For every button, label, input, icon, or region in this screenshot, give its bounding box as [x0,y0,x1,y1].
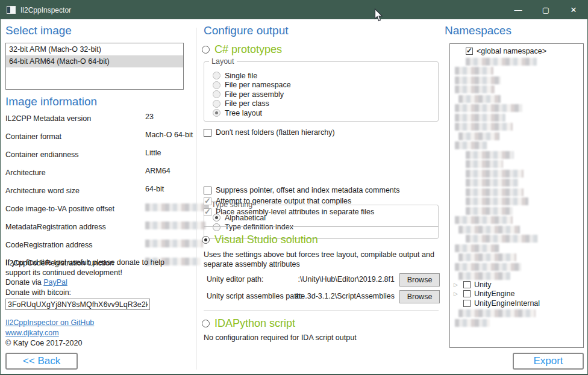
output-checkbox-row[interactable]: Attempt to generate output that compiles [204,196,440,206]
unity-editor-path-value[interactable]: :\Unity\Hub\Editor\2019.2.8f1 [298,275,395,284]
type-definition-index-radio[interactable] [213,223,220,231]
radio-option[interactable]: Single file [213,71,430,81]
website-link[interactable]: www.djkaty.com [5,329,59,337]
namespace-item-redacted[interactable] [450,225,583,234]
tree-layout-radio[interactable] [213,109,220,117]
redacted-namespace-bar [466,197,528,205]
close-button[interactable]: ✕ [560,1,587,19]
unity-script-path-value[interactable]: ate.3d-3.1.2\ScriptAssemblies [295,292,395,300]
namespace-item-redacted[interactable] [450,215,583,225]
image-listbox[interactable]: 32-bit ARM (Mach-O 32-bit)64-bit ARM64 (… [5,43,184,90]
visual-studio-radio[interactable] [202,236,210,244]
expander-icon[interactable]: ▷ [454,282,458,288]
info-row-label: Container endianness [5,150,79,159]
idapython-radio[interactable] [202,320,210,327]
bitcoin-address-input[interactable] [5,299,150,310]
configure-output-heading: Configure output [204,24,289,37]
namespace-item-redacted[interactable] [450,262,583,271]
namespace-item-redacted[interactable] [450,206,583,215]
export-button[interactable]: Export [513,353,584,370]
namespace-item-redacted[interactable] [450,150,583,160]
csharp-prototypes-radio[interactable] [202,46,210,54]
namespace-item-redacted[interactable] [450,271,583,280]
image-list-item[interactable]: 32-bit ARM (Mach-O 32-bit) [6,43,183,55]
unity-editor-browse-button[interactable]: Browse [399,273,440,287]
layout-group-label: Layout [209,57,237,66]
namespace-item-redacted[interactable] [450,57,583,66]
minimize-button[interactable]: — [504,1,532,19]
unity-script-browse-button[interactable]: Browse [399,290,440,303]
redacted-namespace-bar [458,272,510,280]
single-file-radio[interactable] [213,72,220,79]
maximize-button[interactable]: ▢ [532,1,560,19]
redacted-namespace-bar [455,67,493,75]
redacted-value [145,222,205,229]
namespace-checkbox[interactable] [463,290,471,297]
paypal-link[interactable]: PayPal [43,278,67,287]
redacted-namespace-bar [455,123,513,131]
namespace-item-redacted[interactable] [450,252,583,262]
redacted-namespace-bar [466,235,538,243]
radio-option[interactable]: File per class [213,99,430,109]
output-checkbox[interactable] [204,208,211,216]
namespace-item[interactable]: UnityEngineInternal [450,299,583,309]
flatten-checkbox-row[interactable]: Don't nest folders (flatten hierarchy) [204,128,335,137]
namespace-item-redacted[interactable] [450,94,583,104]
info-row: IL2CPP Metadata version23 [5,113,193,125]
file-per-namespace-radio[interactable] [213,81,220,89]
info-row: CodeRegistration address [5,239,193,251]
radio-option[interactable]: File per assembly [213,90,430,99]
info-row-value: 64-bit [145,185,164,193]
radio-option-label: Tree layout [225,109,262,117]
namespace-item-redacted[interactable] [450,308,583,318]
namespace-checkbox[interactable] [466,48,473,55]
file-per-class-radio[interactable] [213,100,220,108]
idapython-option[interactable]: IDAPython script [202,317,295,330]
namespace-item-redacted[interactable] [450,84,583,94]
namespace-item[interactable]: <global namespace> [450,47,583,57]
namespace-checkbox[interactable] [463,300,471,307]
namespace-item-redacted[interactable] [450,187,583,197]
namespace-item-redacted[interactable] [450,196,583,206]
output-checkbox[interactable] [204,187,211,194]
output-checkbox-label: Attempt to generate output that compiles [216,197,351,205]
radio-option-label: File per assembly [225,90,284,99]
output-checkbox-row[interactable]: Place assembly-level attributes in separ… [204,206,440,217]
namespace-item-redacted[interactable] [450,113,583,122]
donate-via-prefix: Donate via [5,278,43,287]
file-per-assembly-radio[interactable] [213,90,220,98]
namespace-item-redacted[interactable] [450,131,583,141]
visual-studio-option[interactable]: Visual Studio solution [202,234,318,246]
namespace-item-redacted[interactable] [450,103,583,113]
namespace-item-redacted[interactable] [450,122,583,131]
back-button[interactable]: << Back [5,353,78,370]
flatten-checkbox[interactable] [204,129,211,137]
radio-option[interactable]: Type definition index [213,223,430,232]
radio-option-label: Type definition index [225,223,293,231]
namespace-label: UnityEngineInternal [474,299,540,308]
output-checkbox-row[interactable]: Suppress pointer, offset and index metad… [204,185,440,196]
radio-option[interactable]: File per namespace [213,81,430,90]
namespace-item-redacted[interactable] [450,66,583,75]
csharp-prototypes-option[interactable]: C# prototypes [202,43,282,56]
namespace-checkbox[interactable] [463,281,471,288]
namespace-item-redacted[interactable] [450,75,583,85]
donate-bitcoin-label: Donate with bitcoin: [5,288,71,297]
expander-icon[interactable]: ▷ [454,291,458,297]
namespace-item[interactable]: ▷Unity [450,280,583,290]
namespace-item-redacted[interactable] [450,159,583,169]
redacted-namespace-bar [466,188,524,196]
image-list-item[interactable]: 64-bit ARM64 (Mach-O 64-bit) [6,55,183,67]
github-link[interactable]: Il2CppInspector on GitHub [5,318,94,327]
namespace-item-redacted[interactable] [450,178,583,187]
namespace-item-redacted[interactable] [450,140,583,150]
namespaces-listbox[interactable]: <global namespace>▷Unity▷UnityEngineUnit… [449,43,584,348]
output-checkbox[interactable] [204,197,211,205]
namespace-item-redacted[interactable] [450,169,583,178]
namespace-item-redacted[interactable] [450,234,583,243]
radio-option[interactable]: Tree layout [213,108,430,118]
namespace-item-redacted[interactable] [450,243,583,253]
namespace-item[interactable]: ▷UnityEngine [450,290,583,299]
namespace-item-redacted[interactable] [450,318,583,327]
redacted-namespace-bar [455,244,499,252]
